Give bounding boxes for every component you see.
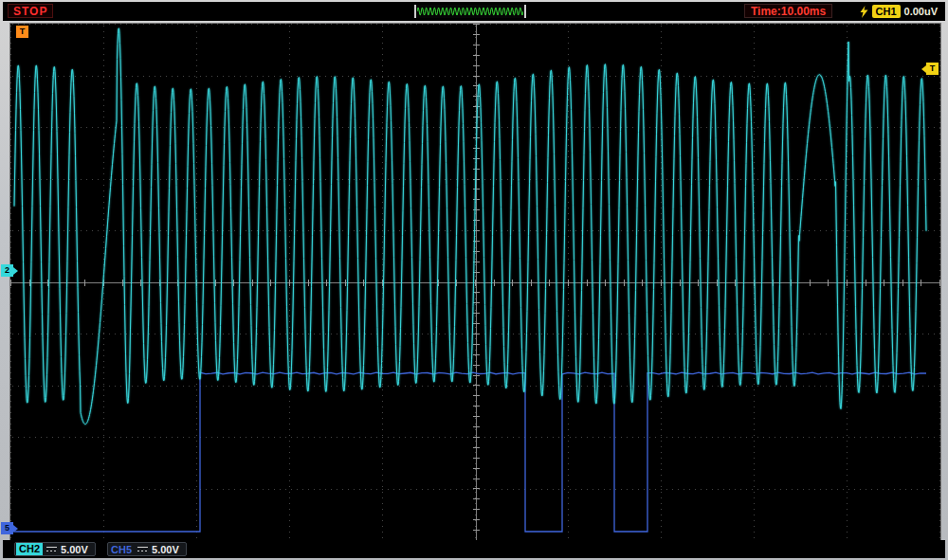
run-state-indicator[interactable]: STOP [8, 4, 53, 18]
waveform-canvas [10, 24, 940, 541]
ch2-scale-value: 5.00V [61, 544, 88, 555]
ch1-badge[interactable]: CH1 [872, 5, 901, 18]
trigger-readout-group: CH1 0.00uV [860, 4, 938, 19]
ch5-coupling-icon [137, 545, 148, 553]
trigger-level-marker[interactable]: T [926, 63, 939, 75]
timebase-readout: Time:10.00ms [744, 4, 832, 18]
bottom-bar: CH2 5.00V CH5 5.00V [3, 540, 945, 558]
ch2-coupling-icon [46, 545, 57, 553]
preview-waveform-canvas [417, 6, 523, 17]
ch5-badge[interactable]: CH5 [109, 544, 134, 555]
ch5-settings-group[interactable]: CH5 5.00V [107, 542, 187, 556]
ch2-badge[interactable]: CH2 [16, 543, 43, 555]
trigger-position-marker[interactable]: T [16, 26, 28, 38]
oscilloscope-display: STOP Time:10.00ms CH1 0.00uV T T 2 5 CH2… [0, 0, 948, 560]
trigger-level-value: 0.00uV [904, 6, 938, 17]
top-bar: STOP Time:10.00ms CH1 0.00uV [3, 2, 945, 21]
scope-screen [9, 23, 941, 542]
ch5-ground-marker[interactable]: 5 [1, 522, 13, 534]
ch5-scale-value: 5.00V [152, 544, 179, 555]
lightning-icon [860, 6, 868, 18]
acquisition-preview[interactable] [414, 5, 526, 18]
ch2-settings-group[interactable]: CH2 5.00V [14, 542, 96, 556]
ch2-ground-marker[interactable]: 2 [1, 264, 13, 277]
